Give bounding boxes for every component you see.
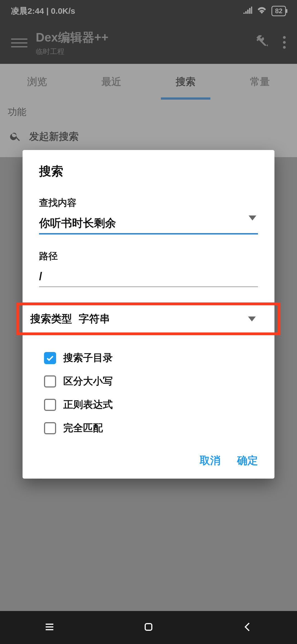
ok-button[interactable]: 确定 xyxy=(237,454,258,468)
path-input[interactable] xyxy=(39,268,258,287)
svg-rect-3 xyxy=(46,624,53,625)
check-label: 完全匹配 xyxy=(63,421,103,435)
nav-back-icon[interactable] xyxy=(242,621,253,634)
dropdown-icon xyxy=(248,316,256,321)
search-type-value: 字符串 xyxy=(79,312,110,326)
path-label: 路径 xyxy=(39,250,258,263)
cancel-button[interactable]: 取消 xyxy=(200,454,221,468)
dialog-title: 搜索 xyxy=(39,163,258,179)
check-case[interactable]: 区分大小写 xyxy=(44,370,253,393)
search-type-row[interactable]: 搜索类型 字符串 xyxy=(16,302,280,335)
svg-rect-6 xyxy=(145,624,152,630)
svg-rect-5 xyxy=(46,629,53,630)
nav-home-icon[interactable] xyxy=(143,621,154,634)
check-label: 搜索子目录 xyxy=(63,351,113,365)
svg-rect-4 xyxy=(46,626,53,627)
check-regex[interactable]: 正则表达式 xyxy=(44,393,253,416)
checkbox-icon xyxy=(44,352,56,364)
dropdown-icon[interactable] xyxy=(249,215,256,220)
check-label: 正则表达式 xyxy=(63,398,113,411)
check-exact[interactable]: 完全匹配 xyxy=(44,416,253,440)
search-dialog: 搜索 查找内容 路径 搜索类型 字符串 搜索子目录 区分大小写 xyxy=(23,150,274,479)
find-input[interactable] xyxy=(39,215,258,234)
find-label: 查找内容 xyxy=(39,197,258,209)
checkbox-icon xyxy=(44,399,56,411)
checkbox-icon xyxy=(44,375,56,388)
checkbox-icon xyxy=(44,422,56,434)
search-type-label: 搜索类型 xyxy=(30,312,72,326)
check-subdir[interactable]: 搜索子目录 xyxy=(44,346,253,370)
nav-bar xyxy=(0,611,297,644)
nav-recent-icon[interactable] xyxy=(44,621,55,634)
check-label: 区分大小写 xyxy=(63,375,113,388)
